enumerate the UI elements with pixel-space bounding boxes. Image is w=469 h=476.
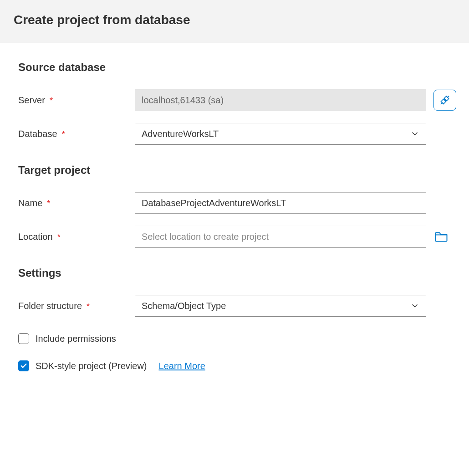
folder-icon xyxy=(434,231,448,243)
folder-structure-select[interactable]: Schema/Object Type xyxy=(135,295,426,317)
required-indicator: * xyxy=(57,233,61,241)
learn-more-link[interactable]: Learn More xyxy=(159,361,205,371)
server-label-wrap: Server * xyxy=(18,95,131,106)
folder-structure-label-wrap: Folder structure * xyxy=(18,301,131,311)
location-input[interactable] xyxy=(135,226,426,248)
include-permissions-checkbox[interactable] xyxy=(18,333,29,344)
database-select-value: AdventureWorksLT xyxy=(142,129,219,139)
include-permissions-label: Include permissions xyxy=(36,334,116,344)
name-label-wrap: Name * xyxy=(18,198,131,208)
sdk-style-checkbox[interactable] xyxy=(18,360,29,371)
target-project-heading: Target project xyxy=(18,164,455,177)
folder-structure-value: Schema/Object Type xyxy=(142,301,226,311)
dialog-title: Create project from database xyxy=(14,13,455,27)
connect-server-button[interactable] xyxy=(433,90,456,111)
location-row: Location * xyxy=(18,226,455,248)
database-label: Database xyxy=(18,129,57,139)
server-input xyxy=(135,89,426,111)
source-database-heading: Source database xyxy=(18,61,455,74)
plug-icon xyxy=(439,94,451,106)
sdk-style-row: SDK-style project (Preview) Learn More xyxy=(18,360,455,371)
required-indicator: * xyxy=(50,96,53,105)
project-name-input[interactable] xyxy=(135,192,426,214)
chevron-down-icon xyxy=(410,301,419,310)
database-row: Database * AdventureWorksLT xyxy=(18,123,455,145)
name-row: Name * xyxy=(18,192,455,214)
location-label-wrap: Location * xyxy=(18,232,131,242)
sdk-style-label: SDK-style project (Preview) xyxy=(36,361,147,371)
include-permissions-row: Include permissions xyxy=(18,333,455,344)
location-label: Location xyxy=(18,232,53,242)
server-row: Server * xyxy=(18,89,455,111)
database-label-wrap: Database * xyxy=(18,129,131,139)
chevron-down-icon xyxy=(410,129,419,138)
folder-structure-label: Folder structure xyxy=(18,301,82,311)
folder-structure-row: Folder structure * Schema/Object Type xyxy=(18,295,455,317)
server-field-wrap xyxy=(135,89,426,111)
dialog-content: Source database Server * xyxy=(0,43,469,385)
dialog-header: Create project from database xyxy=(0,0,469,43)
required-indicator: * xyxy=(62,130,65,138)
browse-location-button[interactable] xyxy=(433,229,449,244)
check-icon xyxy=(20,362,27,370)
database-select[interactable]: AdventureWorksLT xyxy=(135,123,426,145)
required-indicator: * xyxy=(87,302,90,310)
required-indicator: * xyxy=(47,199,50,208)
name-label: Name xyxy=(18,198,42,208)
settings-heading: Settings xyxy=(18,267,455,279)
server-label: Server xyxy=(18,95,45,106)
